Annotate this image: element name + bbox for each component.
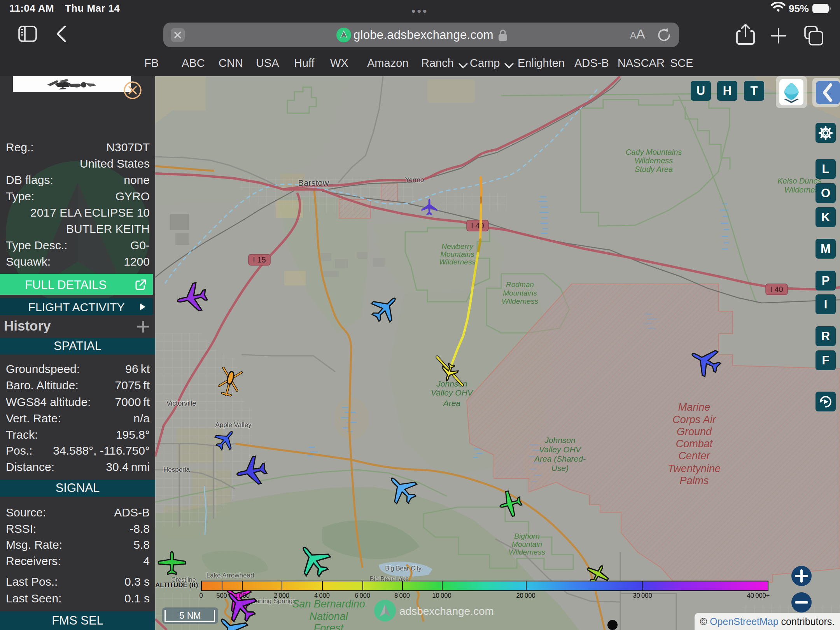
svg-text:Valley OHV: Valley OHV xyxy=(431,388,474,397)
svg-text:Study Area: Study Area xyxy=(635,165,673,173)
svg-text:Marine: Marine xyxy=(678,401,710,413)
svg-text:Palms: Palms xyxy=(679,475,709,486)
svg-text:Barstow: Barstow xyxy=(298,178,329,188)
svg-text:Cady Mountains: Cady Mountains xyxy=(626,148,682,156)
svg-text:Rodman: Rodman xyxy=(506,280,534,289)
svg-text:Apple Valley: Apple Valley xyxy=(215,421,252,429)
svg-text:Bighorn: Bighorn xyxy=(514,532,540,540)
svg-text:Area: Area xyxy=(443,399,460,408)
svg-text:Area (Shared-: Area (Shared- xyxy=(534,454,586,463)
svg-text:Victorville: Victorville xyxy=(166,399,196,407)
svg-text:Newberry: Newberry xyxy=(441,242,474,250)
svg-text:Kelso Dunes: Kelso Dunes xyxy=(777,177,821,185)
svg-text:I 40: I 40 xyxy=(471,221,484,230)
svg-text:Mountain: Mountain xyxy=(512,540,542,548)
svg-text:Mountains: Mountains xyxy=(503,289,537,297)
svg-text:Wilderness: Wilderness xyxy=(635,156,673,165)
svg-text:Wilderness: Wilderness xyxy=(509,548,545,556)
svg-text:Wilderness: Wilderness xyxy=(439,258,476,266)
svg-text:I 15: I 15 xyxy=(253,256,266,264)
svg-text:National: National xyxy=(309,611,348,622)
svg-text:Valley OHV: Valley OHV xyxy=(539,445,582,454)
svg-text:Johnson: Johnson xyxy=(544,436,575,444)
svg-text:I 40: I 40 xyxy=(770,285,783,294)
svg-text:Corps Air: Corps Air xyxy=(672,414,716,425)
svg-text:Combat: Combat xyxy=(676,438,713,450)
svg-text:Lake Arrowhead: Lake Arrowhead xyxy=(206,572,254,579)
svg-text:Hesperia: Hesperia xyxy=(163,466,190,473)
svg-text:Use): Use) xyxy=(551,464,569,472)
svg-text:Ground: Ground xyxy=(677,426,712,438)
svg-text:Forest: Forest xyxy=(314,622,344,630)
svg-text:Center: Center xyxy=(678,450,710,462)
svg-text:Wilderness: Wilderness xyxy=(502,297,538,305)
svg-text:Big Bear City: Big Bear City xyxy=(385,565,421,572)
svg-text:Yermo: Yermo xyxy=(405,176,424,184)
svg-text:Twentynine: Twentynine xyxy=(668,463,721,474)
svg-text:Mountains: Mountains xyxy=(440,250,474,258)
